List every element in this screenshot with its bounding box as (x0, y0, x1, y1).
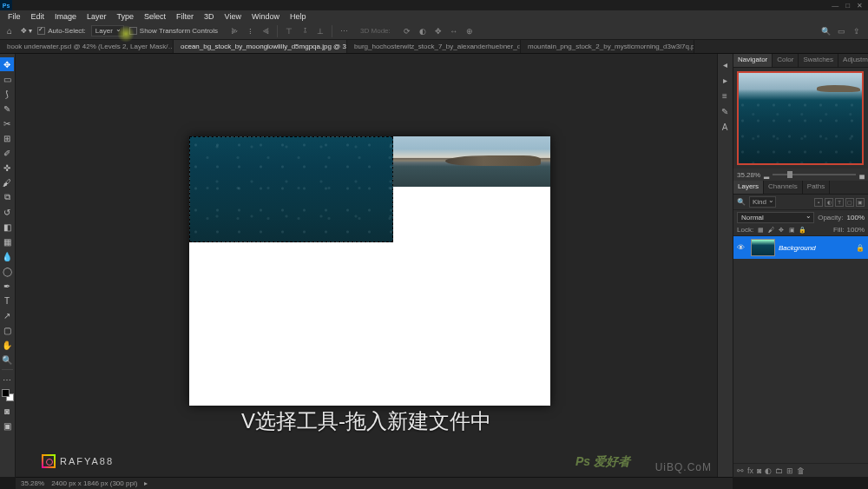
quick-mask-tool[interactable]: ◙ (0, 404, 14, 418)
edit-toolbar[interactable]: ⋯ (0, 373, 14, 387)
align-vcenter-icon[interactable]: ⫱ (299, 25, 311, 37)
screen-mode-tool[interactable]: ▣ (0, 419, 14, 433)
filter-pixel-icon[interactable]: ▪ (814, 198, 823, 207)
eraser-tool[interactable]: ◧ (0, 220, 14, 234)
3d-slide-icon[interactable]: ↔ (448, 25, 460, 37)
distribute-icon[interactable]: ⋯ (338, 25, 350, 37)
close-button[interactable]: ✕ (857, 2, 863, 10)
move-tool[interactable]: ✥ (0, 57, 14, 71)
3d-orbit-icon[interactable]: ⟳ (401, 25, 413, 37)
canvas-area[interactable]: V选择工具-拖入新建文件中 RAFYA88 Ps 爱好者 UiBQ.CoM (16, 54, 717, 477)
menu-layer[interactable]: Layer (82, 12, 111, 21)
adjustment-layer-icon[interactable]: ◐ (765, 466, 772, 475)
color-tab[interactable]: Color (773, 54, 799, 67)
filter-shape-icon[interactable]: ▢ (845, 198, 854, 207)
link-layers-icon[interactable]: ⚯ (737, 466, 744, 475)
navigator-zoom[interactable]: 35.28% (737, 171, 760, 179)
channels-tab[interactable]: Channels (764, 181, 803, 194)
dodge-tool[interactable]: ◯ (0, 264, 14, 278)
hand-tool[interactable]: ✋ (0, 338, 14, 352)
menu-help[interactable]: Help (286, 12, 311, 21)
menu-select[interactable]: Select (140, 12, 170, 21)
document-canvas[interactable] (189, 136, 550, 406)
menu-view[interactable]: View (220, 12, 246, 21)
align-top-icon[interactable]: ⊤ (283, 25, 295, 37)
menu-filter[interactable]: Filter (172, 12, 198, 21)
workspace-icon[interactable]: ▭ (835, 25, 847, 37)
history-brush-tool[interactable]: ↺ (0, 205, 14, 219)
lock-all-icon[interactable]: 🔒 (798, 226, 806, 235)
share-icon[interactable]: ⇪ (851, 25, 863, 37)
auto-select-target[interactable]: Layer (91, 25, 124, 36)
adjustments-tab[interactable]: Adjustments (838, 54, 868, 67)
eyedropper-tool[interactable]: ✐ (0, 146, 14, 160)
quick-select-tool[interactable]: ✎ (0, 102, 14, 116)
maximize-button[interactable]: □ (845, 2, 850, 10)
doc-tab-2[interactable]: ocean_bg_stock_by_moonglowlilly_d5mgpqa.… (174, 40, 347, 53)
delete-layer-icon[interactable]: 🗑 (797, 466, 805, 475)
type-tool[interactable]: T (0, 294, 14, 307)
align-bottom-icon[interactable]: ⊥ (314, 25, 326, 37)
history-panel-icon[interactable]: ▸ (718, 73, 732, 87)
auto-select-checkbox[interactable] (37, 27, 45, 35)
menu-3d[interactable]: 3D (200, 12, 219, 21)
navigator-preview[interactable] (737, 71, 864, 165)
blend-mode-dropdown[interactable]: Normal (737, 212, 814, 223)
clone-tool[interactable]: ⧉ (0, 190, 14, 204)
new-layer-icon[interactable]: ⊞ (786, 466, 793, 475)
status-doc-info[interactable]: 2400 px x 1846 px (300 ppi) (51, 479, 137, 487)
layer-lock-icon[interactable]: 🔒 (856, 244, 865, 252)
lasso-tool[interactable]: ⟆ (0, 87, 14, 101)
layer-name[interactable]: Background (779, 244, 816, 252)
zoom-out-icon[interactable]: ▂ (764, 171, 769, 179)
search-icon[interactable]: 🔍 (819, 25, 832, 37)
layer-filter-dropdown[interactable]: Kind (749, 196, 776, 208)
filter-smart-icon[interactable]: ▣ (856, 198, 865, 207)
show-transform-checkbox[interactable] (129, 27, 137, 35)
status-chevron-icon[interactable]: ▸ (144, 479, 148, 487)
group-icon[interactable]: 🗀 (775, 466, 783, 475)
3d-roll-icon[interactable]: ◐ (417, 25, 429, 37)
marquee-tool[interactable]: ▭ (0, 72, 14, 86)
zoom-tool[interactable]: 🔍 (0, 353, 14, 367)
layers-tab[interactable]: Layers (733, 181, 764, 194)
gradient-tool[interactable]: ▦ (0, 235, 14, 248)
filter-adjust-icon[interactable]: ◐ (825, 198, 833, 207)
paths-tab[interactable]: Paths (803, 181, 830, 194)
menu-file[interactable]: File (3, 12, 25, 21)
home-icon[interactable]: ⌂ (3, 25, 16, 37)
placed-image-ocean[interactable] (189, 136, 393, 242)
pen-tool[interactable]: ✒ (0, 279, 14, 293)
fill-value[interactable]: 100% (847, 226, 865, 234)
align-left-icon[interactable]: ⫸ (228, 25, 240, 37)
blur-tool[interactable]: 💧 (0, 249, 14, 263)
menu-type[interactable]: Type (113, 12, 139, 21)
healing-tool[interactable]: ✜ (0, 161, 14, 175)
menu-window[interactable]: Window (247, 12, 284, 21)
doc-tab-3[interactable]: burg_hochosterwitz_stock_7_by_alexanderh… (347, 40, 521, 53)
layer-mask-icon[interactable]: ◙ (757, 466, 761, 475)
visibility-toggle[interactable]: 👁 (737, 243, 747, 252)
lock-pixels-icon[interactable]: 🖌 (766, 226, 775, 235)
foreground-color[interactable] (2, 389, 10, 397)
properties-panel-icon[interactable]: ≡ (718, 89, 732, 102)
navigator-tab[interactable]: Navigator (733, 54, 773, 67)
zoom-slider[interactable] (773, 174, 856, 175)
filter-type-icon[interactable]: T (835, 198, 844, 207)
layer-thumbnail[interactable] (751, 239, 775, 256)
doc-tab-4[interactable]: mountain_png_stock_2_by_mysticmorning_d3… (521, 40, 694, 53)
swatches-tab[interactable]: Swatches (799, 54, 838, 67)
character-panel-icon[interactable]: A (718, 120, 732, 134)
shape-tool[interactable]: ▢ (0, 323, 14, 337)
menu-image[interactable]: Image (50, 12, 81, 21)
3d-zoom-icon[interactable]: ⊕ (464, 25, 476, 37)
brushes-panel-icon[interactable]: ✎ (718, 104, 732, 118)
path-tool[interactable]: ↗ (0, 308, 14, 322)
align-hcenter-icon[interactable]: ⫶ (244, 25, 256, 37)
minimize-button[interactable]: — (832, 2, 838, 10)
frame-tool[interactable]: ⊞ (0, 131, 14, 145)
align-right-icon[interactable]: ⫷ (260, 25, 272, 37)
lock-position-icon[interactable]: ✥ (777, 226, 786, 235)
placed-image-coast[interactable] (393, 136, 550, 187)
3d-pan-icon[interactable]: ✥ (432, 25, 444, 37)
